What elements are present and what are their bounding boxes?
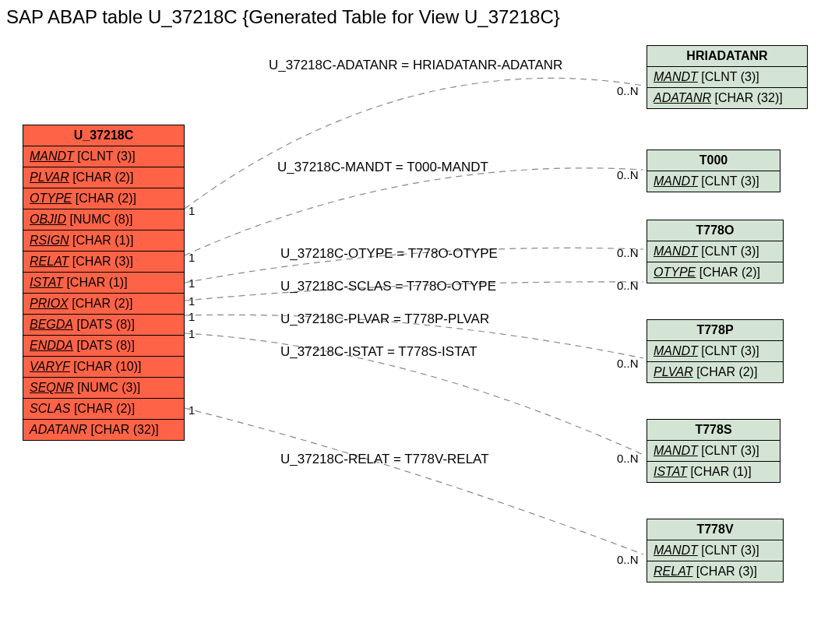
entity-field: PRIOX [CHAR (2)] bbox=[23, 294, 184, 315]
field-name: MANDT bbox=[30, 150, 74, 163]
entity-field: PLVAR [CHAR (2)] bbox=[23, 167, 184, 188]
field-name: ISTAT bbox=[30, 276, 63, 289]
cardinality-right: 0..N bbox=[617, 84, 639, 97]
entity-header: T778V bbox=[647, 519, 783, 540]
field-type: [CHAR (2)] bbox=[69, 297, 133, 310]
entity-field: ENDDA [DATS (8)] bbox=[23, 336, 184, 357]
field-name: ISTAT bbox=[654, 465, 687, 478]
entity-field: ADATANR [CHAR (32)] bbox=[647, 88, 807, 108]
entity-header: U_37218C bbox=[23, 125, 184, 146]
entity-HRIADATANR: HRIADATANRMANDT [CLNT (3)]ADATANR [CHAR … bbox=[647, 45, 808, 109]
field-type: [CHAR (2)] bbox=[72, 192, 136, 205]
field-type: [CHAR (3)] bbox=[69, 255, 133, 268]
field-type: [DATS (8)] bbox=[73, 339, 135, 352]
relation-line bbox=[185, 408, 643, 554]
field-type: [NUMC (8)] bbox=[66, 213, 132, 226]
field-name: SCLAS bbox=[30, 402, 70, 415]
field-type: [CHAR (2)] bbox=[69, 171, 134, 184]
entity-field: OTYPE [CHAR (2)] bbox=[23, 188, 184, 209]
entity-field: ISTAT [CHAR (1)] bbox=[647, 462, 780, 482]
entity-U_37218C: U_37218CMANDT [CLNT (3)]PLVAR [CHAR (2)]… bbox=[23, 125, 185, 441]
cardinality-right: 0..N bbox=[617, 279, 639, 292]
relation-label: U_37218C-SCLAS = T778O-OTYPE bbox=[280, 279, 496, 294]
entity-field: MANDT [CLNT (3)] bbox=[647, 67, 807, 88]
entity-field: PLVAR [CHAR (2)] bbox=[647, 362, 783, 382]
entity-T778S: T778SMANDT [CLNT (3)]ISTAT [CHAR (1)] bbox=[647, 419, 780, 483]
relation-label: U_37218C-PLVAR = T778P-PLVAR bbox=[280, 311, 489, 327]
field-name: BEGDA bbox=[30, 318, 73, 331]
entity-field: MANDT [CLNT (3)] bbox=[647, 441, 780, 462]
entity-field: RSIGN [CHAR (1)] bbox=[23, 231, 184, 252]
field-type: [CHAR (10)] bbox=[70, 360, 142, 373]
relation-label: U_37218C-MANDT = T000-MANDT bbox=[277, 160, 488, 175]
entity-field: SEQNR [NUMC (3)] bbox=[23, 378, 184, 399]
field-name: ADATANR bbox=[654, 91, 711, 104]
cardinality-left: 1 bbox=[189, 327, 195, 340]
field-type: [CLNT (3)] bbox=[698, 174, 759, 188]
field-type: [CHAR (2)] bbox=[696, 266, 760, 279]
field-name: MANDT bbox=[654, 344, 698, 357]
entity-field: RELAT [CHAR (3)] bbox=[23, 252, 184, 273]
cardinality-right: 0..N bbox=[617, 357, 639, 370]
entity-field: ISTAT [CHAR (1)] bbox=[23, 273, 184, 294]
entity-field: RELAT [CHAR (3)] bbox=[647, 561, 783, 582]
entity-T778O: T778OMANDT [CLNT (3)]OTYPE [CHAR (2)] bbox=[647, 220, 784, 283]
field-name: MANDT bbox=[654, 444, 698, 457]
field-name: SEQNR bbox=[30, 381, 74, 394]
entity-T778V: T778VMANDT [CLNT (3)]RELAT [CHAR (3)] bbox=[647, 519, 784, 582]
field-type: [CHAR (1)] bbox=[687, 465, 752, 478]
field-name: MANDT bbox=[654, 70, 698, 83]
relation-label: U_37218C-ADATANR = HRIADATANR-ADATANR bbox=[269, 58, 562, 73]
entity-field: BEGDA [DATS (8)] bbox=[23, 315, 184, 336]
entity-field: MANDT [CLNT (3)] bbox=[647, 540, 783, 561]
entity-field: SCLAS [CHAR (2)] bbox=[23, 399, 184, 420]
field-type: [CLNT (3)] bbox=[698, 245, 759, 258]
cardinality-left: 1 bbox=[189, 294, 195, 308]
field-name: ENDDA bbox=[30, 339, 73, 352]
field-name: OTYPE bbox=[30, 192, 72, 205]
relation-line bbox=[185, 78, 643, 209]
field-name: RELAT bbox=[654, 565, 692, 578]
entity-header: T778O bbox=[647, 220, 783, 241]
cardinality-right: 0..N bbox=[617, 168, 639, 181]
field-type: [CHAR (2)] bbox=[70, 402, 135, 415]
cardinality-left: 1 bbox=[189, 310, 195, 323]
field-name: MANDT bbox=[654, 544, 698, 557]
field-name: VARYF bbox=[30, 360, 70, 373]
field-name: MANDT bbox=[654, 174, 698, 188]
entity-field: OTYPE [CHAR (2)] bbox=[647, 262, 783, 283]
cardinality-left: 1 bbox=[189, 276, 195, 290]
field-type: [CHAR (1)] bbox=[63, 276, 128, 289]
entity-field: ADATANR [CHAR (32)] bbox=[23, 420, 184, 440]
field-type: [NUMC (3)] bbox=[74, 381, 140, 394]
field-type: [CLNT (3)] bbox=[698, 544, 759, 557]
field-type: [CLNT (3)] bbox=[74, 150, 136, 163]
field-type: [DATS (8)] bbox=[73, 318, 135, 331]
entity-header: T778S bbox=[647, 420, 780, 441]
field-type: [CLNT (3)] bbox=[698, 70, 759, 83]
entity-field: MANDT [CLNT (3)] bbox=[647, 171, 780, 192]
relation-label: U_37218C-OTYPE = T778O-OTYPE bbox=[280, 246, 498, 262]
field-type: [CLNT (3)] bbox=[698, 444, 759, 457]
cardinality-right: 0..N bbox=[617, 452, 639, 465]
entity-field: MANDT [CLNT (3)] bbox=[647, 341, 783, 362]
field-name: ADATANR bbox=[30, 423, 87, 436]
field-name: OTYPE bbox=[654, 266, 696, 279]
field-name: PLVAR bbox=[654, 365, 693, 378]
field-name: MANDT bbox=[654, 245, 698, 258]
field-name: OBJID bbox=[30, 213, 66, 226]
entity-field: MANDT [CLNT (3)] bbox=[23, 146, 184, 167]
entity-field: OBJID [NUMC (8)] bbox=[23, 209, 184, 231]
relation-label: U_37218C-ISTAT = T778S-ISTAT bbox=[280, 344, 477, 360]
field-type: [CHAR (3)] bbox=[692, 565, 757, 578]
relation-line bbox=[185, 168, 643, 255]
field-type: [CHAR (32)] bbox=[87, 423, 159, 436]
field-type: [CLNT (3)] bbox=[698, 344, 759, 357]
entity-field: MANDT [CLNT (3)] bbox=[647, 241, 783, 262]
field-name: RSIGN bbox=[30, 234, 69, 247]
field-type: [CHAR (2)] bbox=[693, 365, 758, 378]
cardinality-left: 1 bbox=[189, 403, 195, 417]
entity-header: HRIADATANR bbox=[647, 46, 807, 67]
entity-T778P: T778PMANDT [CLNT (3)]PLVAR [CHAR (2)] bbox=[647, 319, 784, 383]
entity-field: VARYF [CHAR (10)] bbox=[23, 357, 184, 378]
